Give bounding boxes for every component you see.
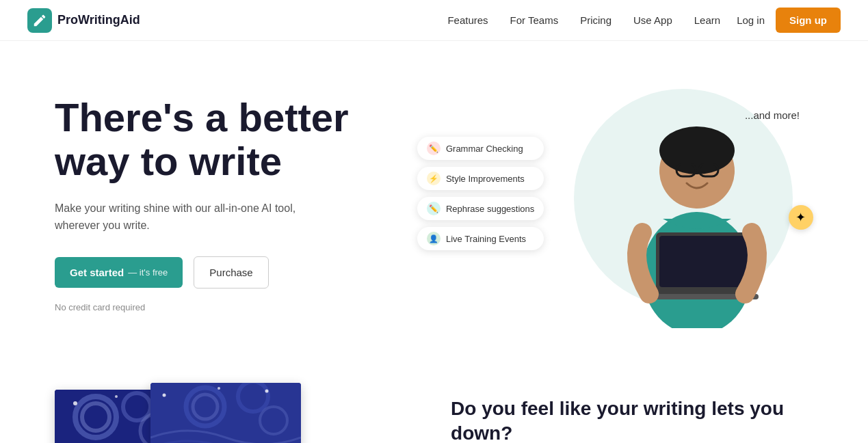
nav-use-app[interactable]: Use App — [633, 14, 672, 26]
svg-point-34 — [265, 390, 269, 393]
second-section-title: Do you feel like your writing lets you d… — [451, 397, 813, 443]
painting-stack: My idea in my head — [55, 383, 315, 443]
feature-pills: ✏️ Grammar Checking ⚡ Style Improvements… — [417, 137, 544, 250]
nav-pricing[interactable]: Pricing — [580, 14, 611, 26]
grammar-icon: ✏️ — [427, 142, 440, 155]
nav-for-teams[interactable]: For Teams — [510, 14, 559, 26]
login-button[interactable]: Log in — [737, 14, 765, 26]
starry-night-2 — [150, 383, 301, 443]
svg-point-32 — [163, 394, 166, 397]
logo-svg — [32, 13, 47, 28]
signup-button[interactable]: Sign up — [776, 8, 841, 33]
hero-title: There's a better way to write — [55, 96, 472, 183]
svg-point-33 — [218, 387, 220, 390]
hero-subtitle: Make your writing shine with our all-in-… — [55, 200, 342, 234]
navbar: ProWritingAid Features For Teams Pricing… — [0, 0, 868, 41]
no-credit-text: No credit card required — [55, 302, 472, 312]
svg-point-17 — [73, 401, 77, 405]
logo-link[interactable]: ProWritingAid — [27, 8, 140, 33]
logo-icon — [27, 8, 52, 33]
pill-rephrase: ✏️ Rephrase suggestions — [417, 197, 544, 220]
get-started-button[interactable]: Get started — it's free — [55, 257, 183, 288]
painting-front: My idea in my head — [150, 383, 301, 443]
pill-style: ⚡ Style Improvements — [417, 167, 544, 190]
second-content: Do you feel like your writing lets you d… — [451, 383, 813, 443]
hero-person-svg — [608, 82, 786, 328]
hero-image-area: ✏️ Grammar Checking ⚡ Style Improvements… — [472, 82, 813, 328]
pill-grammar: ✏️ Grammar Checking — [417, 137, 544, 160]
svg-point-18 — [115, 395, 118, 398]
purchase-button[interactable]: Purchase — [194, 256, 268, 288]
training-icon: 👤 — [427, 232, 440, 245]
logo-text: ProWritingAid — [57, 13, 140, 27]
nav-learn[interactable]: Learn — [694, 14, 720, 26]
nav-features[interactable]: Features — [447, 14, 488, 26]
second-image-area: My idea in my head — [55, 383, 396, 443]
hero-section: There's a better way to write Make your … — [0, 41, 868, 355]
pill-training: 👤 Live Training Events — [417, 227, 544, 250]
hero-content: There's a better way to write Make your … — [55, 82, 472, 312]
svg-point-2 — [659, 126, 735, 174]
starry-night-2-svg — [150, 383, 301, 443]
nav-links: Features For Teams Pricing Use App Learn — [447, 14, 720, 26]
svg-rect-7 — [659, 236, 748, 287]
second-section: My idea in my head Do you feel like your… — [0, 355, 868, 443]
rephrase-icon: ✏️ — [427, 202, 440, 215]
hero-buttons: Get started — it's free Purchase — [55, 256, 472, 288]
style-icon: ⚡ — [427, 172, 440, 185]
nav-actions: Log in Sign up — [737, 8, 841, 33]
sparkle-badge: ✦ — [789, 205, 813, 230]
